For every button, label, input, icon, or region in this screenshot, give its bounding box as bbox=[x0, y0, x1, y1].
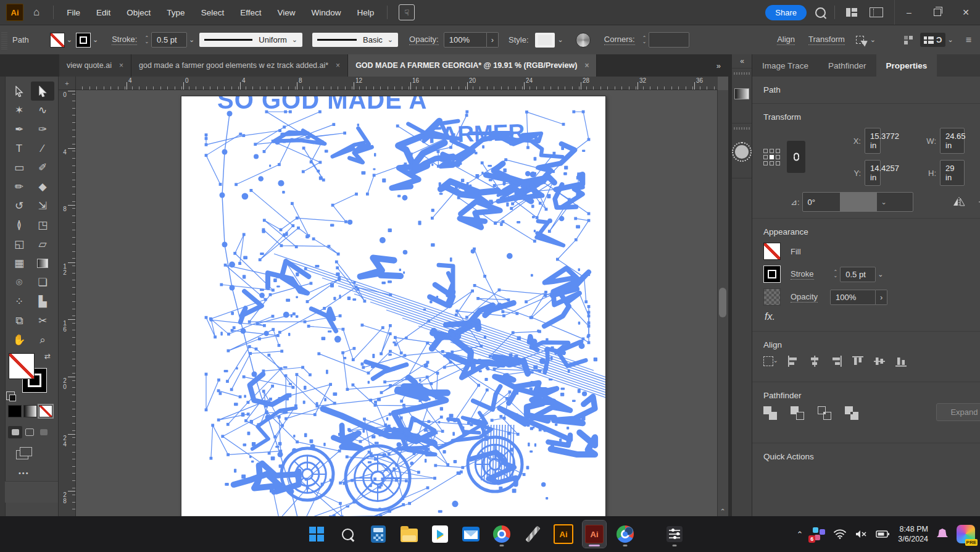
menu-item-file[interactable]: File bbox=[59, 8, 88, 17]
align-left-button[interactable] bbox=[787, 356, 799, 367]
hand-tool[interactable]: ✋ bbox=[7, 330, 31, 349]
taskbar-pen-tool-icon[interactable] bbox=[521, 521, 544, 548]
blend-tool[interactable]: ❏ bbox=[31, 273, 54, 292]
opacity-swatch[interactable] bbox=[763, 288, 781, 306]
opacity-link[interactable]: Opacity: bbox=[409, 35, 439, 45]
corners-link[interactable]: Corners: bbox=[604, 35, 635, 45]
menu-item-select[interactable]: Select bbox=[193, 8, 233, 17]
taskbar-windows-start-icon[interactable] bbox=[305, 521, 328, 548]
opacity-menu-arrow[interactable]: › bbox=[876, 290, 887, 305]
stroke-weight-field[interactable]: 0.5 pt bbox=[151, 32, 187, 48]
minimize-button[interactable]: – bbox=[895, 0, 923, 25]
arrange-documents-icon[interactable] bbox=[846, 8, 857, 17]
direct-selection-tool[interactable] bbox=[31, 82, 54, 101]
curvature-tool[interactable]: ✑ bbox=[31, 120, 54, 139]
type-tool[interactable]: T bbox=[7, 139, 31, 158]
swap-fill-stroke-icon[interactable]: ⇄ bbox=[44, 352, 51, 361]
slice-tool[interactable]: ✂ bbox=[31, 311, 54, 330]
w-field[interactable]: 24.65 in bbox=[940, 128, 965, 154]
stroke-weight-field[interactable]: 0.5 pt bbox=[840, 267, 876, 282]
close-button[interactable]: ✕ bbox=[952, 0, 980, 25]
pathfinder-intersect-button[interactable] bbox=[818, 406, 831, 420]
pathfinder-exclude-button[interactable] bbox=[845, 406, 858, 420]
mesh-tool[interactable]: ▦ bbox=[7, 254, 31, 273]
chevron-down-icon[interactable]: ⌄ bbox=[67, 36, 72, 44]
edit-toolbar-icon[interactable]: ••• bbox=[19, 469, 30, 477]
pathfinder-unite-button[interactable] bbox=[763, 406, 777, 420]
select-similar-icon[interactable] bbox=[856, 35, 868, 46]
taskbar-calculator-icon[interactable] bbox=[367, 521, 390, 548]
y-field[interactable]: 14.4257 in bbox=[865, 160, 881, 186]
align-link[interactable]: Align bbox=[777, 35, 795, 45]
fill-swatch[interactable] bbox=[50, 33, 65, 48]
lasso-tool[interactable]: ∿ bbox=[31, 101, 54, 120]
chevron-down-icon[interactable]: ⌄ bbox=[189, 36, 194, 44]
selected-vector-artwork[interactable] bbox=[181, 96, 605, 516]
free-transform-tool[interactable]: ◳ bbox=[31, 215, 54, 235]
chevron-down-icon[interactable]: ⌄ bbox=[558, 36, 563, 44]
eyedropper-tool[interactable]: ⌾ bbox=[7, 273, 31, 292]
column-graph-tool[interactable]: ▙ bbox=[31, 292, 54, 311]
stroke-link[interactable]: Stroke: bbox=[112, 35, 137, 45]
workspace-switcher-icon[interactable] bbox=[870, 7, 883, 17]
chevron-down-icon[interactable]: ⌄ bbox=[870, 36, 876, 44]
none-button[interactable] bbox=[39, 405, 52, 417]
opacity-field[interactable]: 100% bbox=[830, 290, 876, 305]
rotate-tool[interactable]: ↺ bbox=[7, 196, 31, 215]
line-segment-tool[interactable]: ∕ bbox=[31, 139, 54, 158]
options-list-icon[interactable]: ≡ bbox=[966, 35, 971, 46]
corners-field[interactable] bbox=[649, 32, 689, 48]
taskbar-chrome-profile-icon[interactable] bbox=[613, 521, 637, 548]
transform-link[interactable]: Transform bbox=[808, 35, 845, 45]
stroke-stepper[interactable]: ⌃⌄ bbox=[834, 270, 838, 278]
panel-tab-pathfinder[interactable]: Pathfinder bbox=[818, 54, 876, 77]
constrain-proportions-button[interactable] bbox=[787, 141, 805, 173]
style-dropdown[interactable] bbox=[535, 33, 555, 48]
taskbar-clock[interactable]: 8:48 PM 3/6/2024 bbox=[898, 524, 928, 544]
expand-button[interactable]: Expand bbox=[936, 403, 980, 421]
stroke-swatch[interactable] bbox=[76, 33, 91, 48]
vertical-scrollbar[interactable] bbox=[717, 90, 728, 516]
scroll-up-icon[interactable]: ⌃ bbox=[718, 508, 727, 516]
effects-fx-icon[interactable]: fx. bbox=[765, 311, 980, 322]
change-screen-mode-icon[interactable] bbox=[16, 447, 32, 459]
document-tab-0[interactable]: view quote.ai× bbox=[59, 54, 131, 77]
touch-workspace-icon[interactable]: ☟ bbox=[399, 4, 415, 20]
tab-close-icon[interactable]: × bbox=[584, 61, 589, 70]
x-field[interactable]: 15.3772 in bbox=[865, 128, 881, 154]
brush-dropdown[interactable]: Basic⌄ bbox=[312, 33, 398, 47]
notification-bell-icon[interactable] bbox=[937, 529, 948, 540]
restore-button[interactable] bbox=[923, 0, 952, 25]
align-to-selector[interactable] bbox=[763, 356, 777, 367]
width-profile-dropdown[interactable]: Uniform⌄ bbox=[199, 33, 302, 47]
notification-app-icon[interactable]: 6 bbox=[812, 527, 825, 541]
stroke-link[interactable]: Stroke bbox=[791, 269, 814, 280]
pen-tool[interactable]: ✒ bbox=[7, 120, 31, 139]
tab-close-icon[interactable]: × bbox=[119, 61, 123, 70]
stroke-stepper[interactable]: ⌃⌄ bbox=[144, 36, 149, 44]
volume-muted-icon[interactable] bbox=[855, 529, 867, 539]
rotation-dropdown[interactable]: 0°⌄ bbox=[802, 192, 913, 212]
pasteboard[interactable]: SO GOD MADE A FARMER bbox=[76, 90, 718, 516]
taskbar-mail-icon[interactable] bbox=[459, 521, 483, 548]
align-right-button[interactable] bbox=[831, 356, 842, 367]
flip-horizontal-icon[interactable] bbox=[953, 197, 965, 207]
horizontal-ruler[interactable]: 404812162024283236 bbox=[76, 77, 718, 90]
panel-tab-image-trace[interactable]: Image Trace bbox=[752, 54, 818, 77]
taskbar-play-store-icon[interactable] bbox=[428, 521, 452, 548]
snap-options-button[interactable]: Ɔ bbox=[920, 33, 945, 47]
taskbar-illustrator-icon[interactable]: Ai bbox=[552, 521, 575, 548]
scrollbar-thumb[interactable] bbox=[719, 288, 726, 317]
menu-item-help[interactable]: Help bbox=[349, 8, 382, 17]
symbol-sprayer-tool[interactable]: ⁘ bbox=[7, 292, 31, 311]
taskbar-file-explorer-icon[interactable] bbox=[397, 521, 421, 548]
panel-tab-properties[interactable]: Properties bbox=[876, 54, 937, 77]
wifi-icon[interactable] bbox=[834, 529, 846, 539]
draw-normal-button[interactable] bbox=[8, 426, 22, 438]
align-bottom-button[interactable] bbox=[895, 356, 907, 367]
home-icon[interactable]: ⌂ bbox=[33, 6, 39, 19]
collapse-dock-icon[interactable]: « bbox=[732, 54, 752, 68]
chevron-down-icon[interactable]: ⌄ bbox=[93, 36, 98, 44]
menu-item-type[interactable]: Type bbox=[159, 8, 193, 17]
menu-item-window[interactable]: Window bbox=[303, 8, 349, 17]
